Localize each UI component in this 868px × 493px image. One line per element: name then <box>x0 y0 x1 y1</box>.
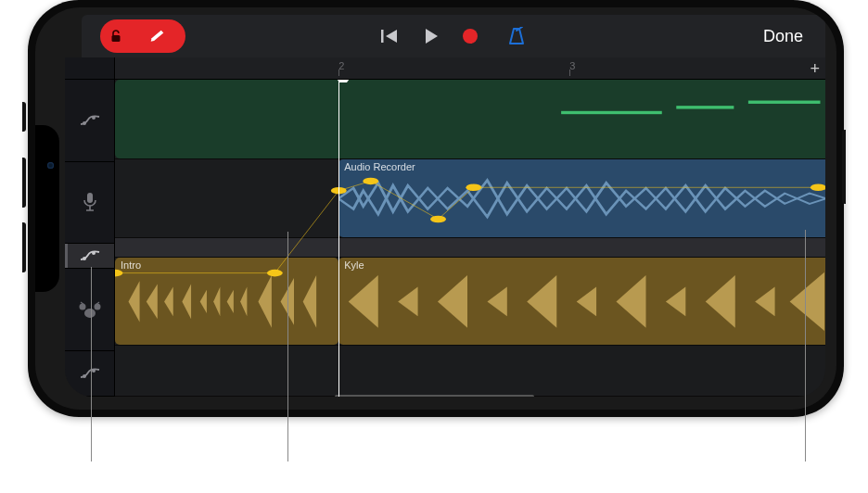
microphone-icon <box>82 192 98 212</box>
region-label: Intro <box>121 259 141 271</box>
track-header-column <box>65 57 115 397</box>
automation-lane-selected[interactable] <box>115 238 825 258</box>
region-midi-green[interactable] <box>115 80 825 158</box>
lock-open-icon <box>108 29 123 44</box>
track-2-automation-header[interactable] <box>65 244 114 269</box>
phone-screen: Done <box>35 7 836 410</box>
track-1-automation-header[interactable] <box>65 80 114 162</box>
track-lane-3[interactable]: Intro <box>115 258 825 347</box>
region-drums-kyle[interactable]: Kyle <box>338 258 825 346</box>
add-section-button[interactable]: + <box>810 59 820 79</box>
drum-hits-preview <box>338 258 825 346</box>
track-lane-2[interactable]: Audio Recorder <box>115 159 825 239</box>
play-button[interactable] <box>423 28 440 44</box>
automation-curve-icon <box>80 249 100 262</box>
phone-side-button <box>22 102 26 132</box>
svg-point-13 <box>94 304 100 310</box>
svg-point-5 <box>92 116 96 120</box>
tracks-workspace: 2 3 + <box>65 57 825 397</box>
svg-rect-20 <box>748 101 821 104</box>
midi-notes-preview <box>115 80 825 158</box>
phone-side-button <box>22 158 26 208</box>
ruler-tick: 2 <box>338 60 344 71</box>
pencil-icon <box>149 30 168 43</box>
phone-side-button <box>842 130 846 204</box>
callout-line <box>287 232 288 461</box>
horizontal-scrollbar[interactable] <box>335 395 533 397</box>
done-button[interactable]: Done <box>763 27 803 46</box>
track-3-header[interactable] <box>65 269 114 351</box>
svg-point-12 <box>79 304 85 310</box>
region-audio-recorder[interactable]: Audio Recorder <box>338 159 825 238</box>
svg-point-11 <box>84 309 96 318</box>
callout-line <box>805 230 806 461</box>
ruler-tick: 3 <box>569 60 575 71</box>
track-3-automation-header[interactable] <box>65 351 114 397</box>
edit-automation-button[interactable] <box>132 19 185 53</box>
lock-toggle-button[interactable] <box>100 19 132 53</box>
drum-hits-preview <box>115 258 338 346</box>
record-button[interactable] <box>462 28 479 44</box>
phone-side-button <box>22 222 26 272</box>
automation-curve-icon <box>80 114 100 127</box>
track-lane-3-automation[interactable] <box>115 346 825 397</box>
svg-point-2 <box>463 29 478 44</box>
svg-point-4 <box>83 121 86 125</box>
notch <box>35 125 59 292</box>
svg-rect-6 <box>87 193 93 203</box>
svg-rect-0 <box>112 35 121 42</box>
drum-kit-icon <box>78 300 102 319</box>
region-drums-intro[interactable]: Intro <box>115 258 338 346</box>
tracks-scroll-area[interactable]: Audio Recorder Intro <box>115 80 825 397</box>
callout-line <box>91 267 92 461</box>
svg-point-9 <box>83 257 86 260</box>
region-label: Kyle <box>344 259 364 271</box>
metronome-button[interactable] <box>506 27 527 45</box>
region-label: Audio Recorder <box>344 161 415 172</box>
toolbar: Done <box>82 15 825 57</box>
svg-point-16 <box>83 374 86 378</box>
track-area: 2 3 + <box>115 57 825 397</box>
svg-point-10 <box>92 251 96 255</box>
svg-rect-1 <box>381 30 384 43</box>
automation-curve-icon <box>80 367 100 380</box>
svg-point-17 <box>92 369 96 373</box>
track-lane-1[interactable] <box>115 80 825 159</box>
svg-rect-19 <box>676 106 734 108</box>
svg-rect-18 <box>561 111 662 114</box>
phone-frame: Done <box>28 0 844 417</box>
playhead[interactable] <box>338 80 339 397</box>
timeline-ruler[interactable]: 2 3 + <box>115 57 825 80</box>
track-2-header[interactable] <box>65 162 114 245</box>
rewind-button[interactable] <box>380 28 401 44</box>
